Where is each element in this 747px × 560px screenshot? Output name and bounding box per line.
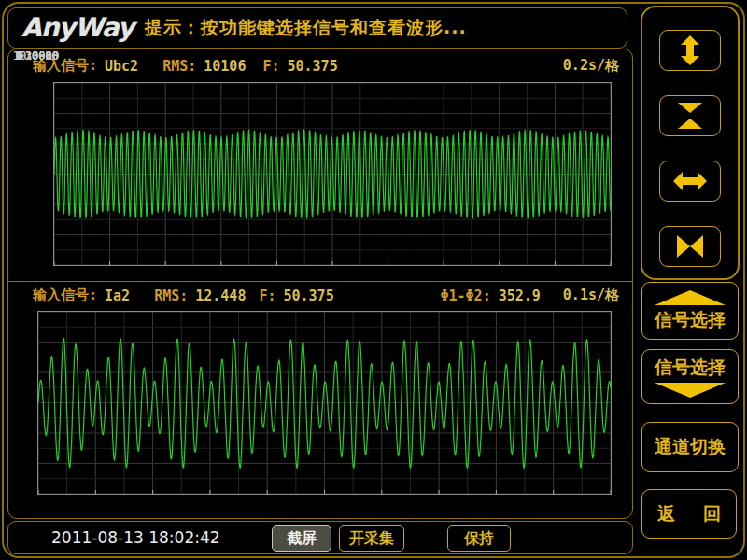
expand-horizontal-button[interactable]: [659, 161, 721, 202]
freq-value: 50.375: [288, 58, 338, 75]
panel-divider: [8, 281, 632, 282]
signal-select-up-label: 信号选择: [655, 308, 726, 332]
anyway-logo: AnyWay: [21, 12, 134, 43]
phase-diff-value: 352.9: [499, 287, 541, 304]
expand-horizontal-icon: [673, 166, 707, 196]
expand-vertical-icon: [673, 35, 707, 65]
compress-horizontal-button[interactable]: [659, 226, 721, 267]
back-label-left: 返: [657, 502, 675, 526]
x-axis-tick-label: 10: [8, 49, 31, 63]
rms-value: 12.448: [195, 287, 246, 304]
waveform-container: 输入信号: Ubc2 RMS: 10106 F: 50.375 0.2s/格 3…: [7, 49, 633, 519]
compress-vertical-button[interactable]: [659, 95, 721, 136]
screenshot-button[interactable]: 截屏: [272, 525, 331, 552]
expand-vertical-button[interactable]: [659, 30, 721, 71]
phase-diff-label: Φ1-Φ2:: [441, 287, 491, 304]
freq-value: 50.375: [284, 287, 334, 304]
panel1-header: 输入信号: Ubc2 RMS: 10106 F: 50.375 0.2s/格: [8, 57, 632, 75]
signal-select-down-button[interactable]: 信号选择: [641, 349, 739, 404]
compress-vertical-icon: [673, 101, 707, 131]
signal-select-down-label: 信号选择: [655, 356, 726, 380]
timestamp: 2011-08-13 18:02:42: [51, 528, 220, 547]
freq-label: F:: [259, 287, 275, 304]
title-bar: AnyWay 提示：按功能键选择信号和查看波形...: [7, 7, 627, 49]
channel-switch-label: 通道切换: [655, 435, 726, 459]
rms-label: RMS:: [154, 287, 188, 304]
triangle-down-icon: [655, 383, 726, 398]
freq-label: F:: [262, 58, 279, 75]
hint-text: 提示：按功能键选择信号和查看波形...: [145, 16, 467, 40]
bottom-bar: 2011-08-13 18:02:42 截屏 开采集 保持: [7, 521, 633, 554]
back-label-right: 回: [703, 502, 721, 526]
timebase-value: 0.1s/格: [563, 287, 619, 304]
channel-switch-button[interactable]: 通道切换: [641, 422, 739, 472]
input-signal-label: 输入信号:: [33, 287, 97, 304]
rms-label: RMS:: [162, 58, 196, 75]
triangle-up-icon: [655, 290, 726, 305]
panel2-header: 输入信号: Ia2 RMS: 12.448 F: 50.375 Φ1-Φ2: 3…: [8, 287, 632, 304]
signal-name: Ia2: [105, 287, 130, 304]
compress-horizontal-icon: [673, 231, 707, 261]
back-button[interactable]: 返 回: [641, 489, 737, 539]
hold-button[interactable]: 保持: [447, 525, 511, 552]
zoom-button-group: [641, 6, 740, 280]
signal-name: Ubc2: [105, 58, 138, 75]
rms-value: 10106: [204, 58, 246, 75]
analyzer-screen: AnyWay 提示：按功能键选择信号和查看波形... 输入信号: Ubc2 RM…: [0, 0, 747, 560]
signal-select-up-button[interactable]: 信号选择: [641, 282, 739, 340]
timebase-value: 0.2s/格: [563, 57, 619, 75]
panel2-plot-svg: [37, 311, 612, 495]
start-capture-button[interactable]: 开采集: [339, 525, 404, 552]
panel1-plot-svg: [53, 82, 612, 266]
